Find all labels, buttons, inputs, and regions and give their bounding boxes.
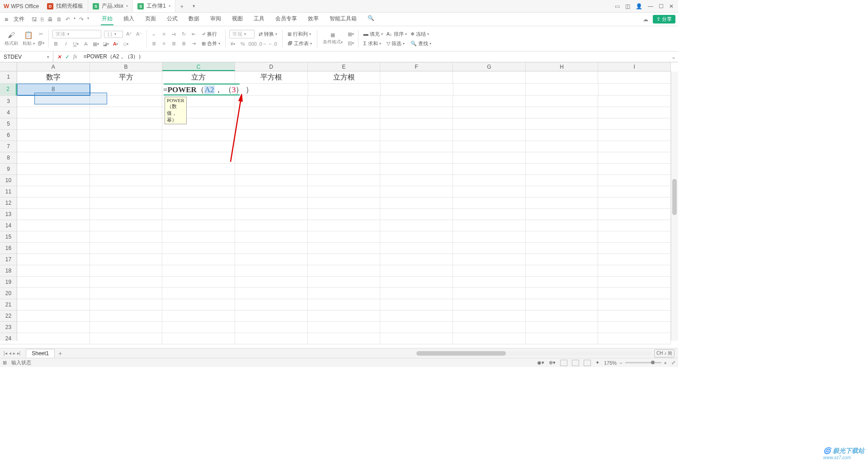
cell-C1[interactable]: 立方: [162, 71, 235, 84]
cell-I7[interactable]: [598, 141, 671, 152]
cell-E18[interactable]: [308, 265, 381, 277]
cell-I10[interactable]: [598, 175, 671, 186]
cell-A3[interactable]: [17, 96, 90, 107]
border-icon[interactable]: ▦▾: [92, 40, 99, 47]
cell-B24[interactable]: [90, 333, 163, 344]
cell-A18[interactable]: [17, 265, 90, 277]
col-header-D[interactable]: D: [235, 62, 308, 71]
cell-D5[interactable]: [235, 118, 308, 130]
cell-C11[interactable]: [162, 186, 235, 197]
copy-icon[interactable]: 🗐▾: [38, 40, 45, 47]
cell-D2[interactable]: [236, 84, 308, 96]
expand-formula-bar-icon[interactable]: ⌄: [669, 54, 678, 60]
cell-B18[interactable]: [90, 265, 163, 277]
accept-formula-icon[interactable]: ✓: [65, 54, 70, 60]
fill-color-icon[interactable]: ◪▾: [102, 40, 109, 47]
save-icon[interactable]: 🖫: [32, 16, 37, 23]
col-header-C[interactable]: C: [162, 62, 235, 71]
tab-formula[interactable]: 公式: [166, 13, 179, 25]
cell-H2[interactable]: [526, 84, 599, 96]
cell-A17[interactable]: [17, 254, 90, 265]
cell-H19[interactable]: [526, 277, 599, 288]
cell-C7[interactable]: [162, 141, 235, 152]
cell-F20[interactable]: [380, 288, 453, 299]
cell-I14[interactable]: [598, 220, 671, 231]
cell-H24[interactable]: [526, 333, 599, 344]
cell-F16[interactable]: [380, 243, 453, 254]
cell-F7[interactable]: [380, 141, 453, 152]
cell-A9[interactable]: [17, 164, 90, 175]
cell-A1[interactable]: 数字: [17, 71, 90, 84]
cell-G16[interactable]: [453, 243, 526, 254]
cell-A24[interactable]: [17, 333, 90, 344]
cell-I5[interactable]: [598, 118, 671, 130]
window-tab-workbook1[interactable]: S 工作簿1 •: [133, 0, 175, 12]
cell-F23[interactable]: [380, 322, 453, 333]
cell-D9[interactable]: [235, 164, 308, 175]
cell-F3[interactable]: [380, 96, 453, 107]
number-format-select[interactable]: 常规▾: [229, 30, 255, 38]
row-header-22[interactable]: 22: [0, 310, 17, 322]
cell-G10[interactable]: [453, 175, 526, 186]
cell-I21[interactable]: [598, 299, 671, 310]
cell-G9[interactable]: [453, 164, 526, 175]
cell-I4[interactable]: [598, 107, 671, 118]
tab-tools[interactable]: 工具: [253, 13, 265, 25]
sum-button[interactable]: Σ求和▾: [362, 40, 384, 47]
cell-E20[interactable]: [308, 288, 381, 299]
cell-H6[interactable]: [526, 130, 599, 141]
zoom-out-icon[interactable]: −: [619, 360, 622, 366]
tab-view[interactable]: 视图: [231, 13, 244, 25]
cell-B3[interactable]: [90, 96, 163, 107]
cell-F19[interactable]: [380, 277, 453, 288]
cell-A20[interactable]: [17, 288, 90, 299]
align-top-icon[interactable]: ⫠: [151, 30, 158, 38]
cell-C15[interactable]: [162, 231, 235, 243]
cell-G24[interactable]: [453, 333, 526, 344]
avatar-icon[interactable]: 👤: [636, 3, 642, 9]
filter-button[interactable]: ▽筛选▾: [385, 40, 408, 47]
tab-page[interactable]: 页面: [144, 13, 157, 25]
cell-G6[interactable]: [453, 130, 526, 141]
cell-H9[interactable]: [526, 164, 599, 175]
row-header-6[interactable]: 6: [0, 130, 17, 141]
worksheet-button[interactable]: 🗊工作表▾: [286, 40, 313, 47]
row-header-10[interactable]: 10: [0, 175, 17, 186]
cell-C22[interactable]: [162, 310, 235, 322]
cell-G14[interactable]: [453, 220, 526, 231]
cell-D3[interactable]: [235, 96, 308, 107]
cell-E10[interactable]: [308, 175, 381, 186]
col-header-I[interactable]: I: [598, 62, 671, 71]
cell-I1[interactable]: [598, 71, 671, 84]
cell-D11[interactable]: [235, 186, 308, 197]
cell-D19[interactable]: [235, 277, 308, 288]
read-mode-icon[interactable]: ✦: [595, 360, 599, 366]
cell-B5[interactable]: [90, 118, 163, 130]
cell-D16[interactable]: [235, 243, 308, 254]
italic-icon[interactable]: I: [62, 40, 70, 47]
cell-I20[interactable]: [598, 288, 671, 299]
cell-I11[interactable]: [598, 186, 671, 197]
cell-D22[interactable]: [235, 310, 308, 322]
cell-B14[interactable]: [90, 220, 163, 231]
cell-A21[interactable]: [17, 299, 90, 310]
cell-D8[interactable]: [235, 152, 308, 164]
cell-G15[interactable]: [453, 231, 526, 243]
tab-efficiency[interactable]: 效率: [307, 13, 320, 25]
paste-button[interactable]: 📋 粘贴 ▾: [21, 30, 37, 47]
zoom-slider[interactable]: [625, 362, 661, 363]
align-center-icon[interactable]: ≡: [160, 40, 168, 47]
cell-F18[interactable]: [380, 265, 453, 277]
cell-B17[interactable]: [90, 254, 163, 265]
cell-D24[interactable]: [235, 333, 308, 344]
cell-B12[interactable]: [90, 197, 163, 209]
cell-G13[interactable]: [453, 209, 526, 220]
sort-button[interactable]: A↓排序▾: [385, 30, 408, 38]
strike-icon[interactable]: A̶: [82, 40, 90, 47]
cell-E13[interactable]: [308, 209, 381, 220]
row-header-11[interactable]: 11: [0, 186, 17, 197]
sheet-next-icon[interactable]: ▸: [13, 351, 15, 356]
cell-C13[interactable]: [162, 209, 235, 220]
cell-H11[interactable]: [526, 186, 599, 197]
row-header-24[interactable]: 24: [0, 333, 17, 344]
